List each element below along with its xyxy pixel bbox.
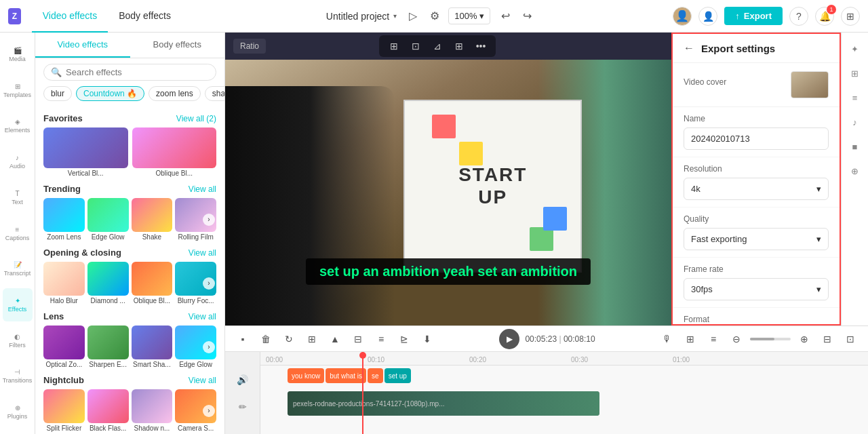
effect-oblique-blur[interactable]: Oblique Bl...	[132, 127, 217, 177]
zoom-selector[interactable]: 100% ▾	[448, 7, 490, 24]
effect-shake[interactable]: Shake	[132, 198, 173, 241]
timeline-playhead[interactable]	[362, 352, 363, 434]
sidebar-item-text[interactable]: T Text	[3, 181, 33, 214]
opening-closing-view-all[interactable]: View all	[189, 248, 216, 258]
notification-button[interactable]: 🔔 1	[815, 7, 834, 26]
layout-button[interactable]: ⊞	[841, 7, 860, 26]
tab-body-effects[interactable]: Body effects	[108, 0, 182, 33]
lens-next-icon[interactable]: ›	[203, 341, 215, 353]
effect-shadow-n[interactable]: Shadow n...	[132, 389, 173, 432]
filter-blur[interactable]: blur	[43, 86, 72, 101]
sidebar-item-templates[interactable]: ⊞ Templates	[3, 74, 33, 107]
favorites-view-all[interactable]: View all (2)	[176, 114, 216, 123]
timeline-play-button[interactable]: ▶	[499, 329, 519, 349]
effect-split-flicker[interactable]: Split Flicker	[43, 389, 85, 432]
tab-body-effects-panel[interactable]: Body effects	[130, 33, 225, 58]
preview-ctrl-fit[interactable]: ⊞	[451, 38, 467, 54]
preview-ctrl-resize[interactable]: ⊞	[386, 38, 402, 54]
subtitle-chip-but-what-is[interactable]: but what is	[326, 368, 366, 383]
timeline-captions2-button[interactable]: ⊡	[841, 330, 860, 349]
resolution-dropdown[interactable]: 4k ▾	[684, 178, 829, 200]
sidebar-item-plugins[interactable]: ⊕ Plugins	[3, 395, 33, 429]
sidebar-item-transitions[interactable]: ⊣ Transitions	[3, 360, 33, 393]
sidebar-item-transcript[interactable]: 📝 Transcript	[3, 252, 33, 285]
preview-ctrl-transform[interactable]: ⊿	[429, 38, 446, 54]
user-avatar[interactable]: 👤	[673, 7, 692, 26]
effect-optical-zo[interactable]: Optical Zo...	[43, 326, 85, 368]
effect-halo-blur[interactable]: Halo Blur	[43, 262, 85, 304]
opening-next-icon[interactable]: ›	[203, 277, 215, 290]
export-button[interactable]: ↑ Export	[724, 7, 783, 25]
filter-sha[interactable]: sha...	[205, 86, 224, 101]
filter-zoom-lens[interactable]: zoom lens	[149, 86, 201, 101]
nightclub-next-icon[interactable]: ›	[203, 405, 215, 417]
trending-view-all[interactable]: View all	[189, 184, 216, 194]
right-icon-audio[interactable]: ♪	[844, 111, 866, 133]
subtitle-chip-se[interactable]: se	[368, 368, 383, 383]
quality-dropdown[interactable]: Fast exporting ▾	[684, 228, 829, 250]
timeline-fullscreen-button[interactable]: ⊟	[818, 330, 837, 349]
settings-button[interactable]: ⚙	[427, 8, 443, 24]
filter-countdown[interactable]: Countdown 🔥	[76, 86, 144, 101]
project-name[interactable]: Untitled project ▾	[326, 11, 397, 22]
app-logo[interactable]: Z	[8, 8, 21, 24]
timeline-grid-button[interactable]: ⊞	[681, 330, 700, 349]
preview-ctrl-crop[interactable]: ⊡	[408, 38, 424, 54]
search-input[interactable]	[66, 67, 209, 77]
timeline-mic-button[interactable]: 🎙	[658, 330, 677, 349]
undo-button[interactable]: ↩	[496, 7, 515, 26]
timeline-tool-minus[interactable]: ⊟	[349, 330, 368, 349]
right-icon-adjust[interactable]: ≡	[844, 87, 866, 108]
timeline-tool-download[interactable]: ⬇	[418, 330, 437, 349]
timeline-tool-list[interactable]: ≡	[372, 330, 391, 349]
timeline-zoom-in-button[interactable]: ⊕	[795, 330, 814, 349]
export-back-button[interactable]: ←	[684, 42, 694, 54]
search-effects-box[interactable]: 🔍	[43, 64, 216, 81]
timeline-tool-up[interactable]: ▲	[326, 330, 344, 349]
right-icon-color[interactable]: ■	[844, 136, 866, 157]
sidebar-item-filters[interactable]: ◐ Filters	[3, 324, 33, 357]
tab-video-effects[interactable]: Video effects	[32, 0, 108, 33]
track-label-edit[interactable]: ✏	[231, 395, 255, 419]
video-cover-thumbnail[interactable]	[791, 71, 829, 98]
timeline-captions-button[interactable]: ≡	[704, 330, 723, 349]
subtitle-chip-set-up[interactable]: set up	[384, 368, 411, 383]
zoom-slider[interactable]	[750, 338, 791, 340]
sidebar-item-media[interactable]: 🎬 Media	[3, 38, 33, 71]
track-label-volume[interactable]: 🔊	[231, 368, 255, 392]
tab-video-effects-panel[interactable]: Video effects	[35, 33, 130, 58]
nightclub-view-all[interactable]: View all	[189, 376, 216, 385]
right-icon-more[interactable]: ⊕	[844, 160, 866, 182]
preview-ctrl-more[interactable]: •••	[473, 38, 489, 54]
sidebar-item-effects[interactable]: ✦ Effects	[3, 288, 33, 321]
name-input[interactable]	[684, 127, 829, 150]
help-button[interactable]: ?	[789, 7, 808, 26]
timeline-tool-loop[interactable]: ↻	[279, 330, 298, 349]
effect-sharpen-e[interactable]: Sharpen E...	[87, 326, 129, 368]
effect-black-flash[interactable]: Black Flas...	[87, 389, 129, 432]
effect-vertical-blur[interactable]: Vertical Bl...	[43, 127, 128, 177]
timeline-zoom-out-button[interactable]: ⊖	[727, 330, 746, 349]
lens-view-all[interactable]: View all	[189, 312, 216, 321]
subtitle-chip-you-know[interactable]: you know	[288, 368, 324, 383]
redo-button[interactable]: ↪	[517, 7, 536, 26]
ratio-button[interactable]: Ratio	[233, 39, 266, 54]
trending-next-icon[interactable]: ›	[203, 214, 215, 226]
timeline-tool-play-clip[interactable]: ⊵	[395, 330, 414, 349]
effect-diamond[interactable]: Diamond ...	[87, 262, 129, 304]
timeline-tool-select[interactable]: ▪	[233, 330, 252, 349]
effect-oblique-bl[interactable]: Oblique Bl...	[132, 262, 173, 304]
timeline-tool-split[interactable]: ⊞	[302, 330, 321, 349]
sidebar-item-elements[interactable]: ◈ Elements	[3, 109, 33, 142]
effect-zoom-lens[interactable]: Zoom Lens	[43, 198, 85, 241]
frame-rate-dropdown[interactable]: 30fps ▾	[684, 278, 829, 300]
video-clip[interactable]: pexels-rodnae-productions-7414127-(1080p…	[288, 391, 599, 416]
profile-icon[interactable]: 👤	[698, 7, 717, 26]
sidebar-item-captions[interactable]: ≡ Captions	[3, 217, 33, 250]
play-button[interactable]: ▷	[405, 8, 421, 24]
sidebar-item-audio[interactable]: ♪ Audio	[3, 145, 33, 178]
effect-smart-sha[interactable]: Smart Sha...	[132, 326, 173, 368]
effect-edge-glow[interactable]: Edge Glow	[87, 198, 129, 241]
timeline-tool-delete[interactable]: 🗑	[256, 330, 275, 349]
right-icon-effects[interactable]: ✦	[844, 38, 866, 60]
